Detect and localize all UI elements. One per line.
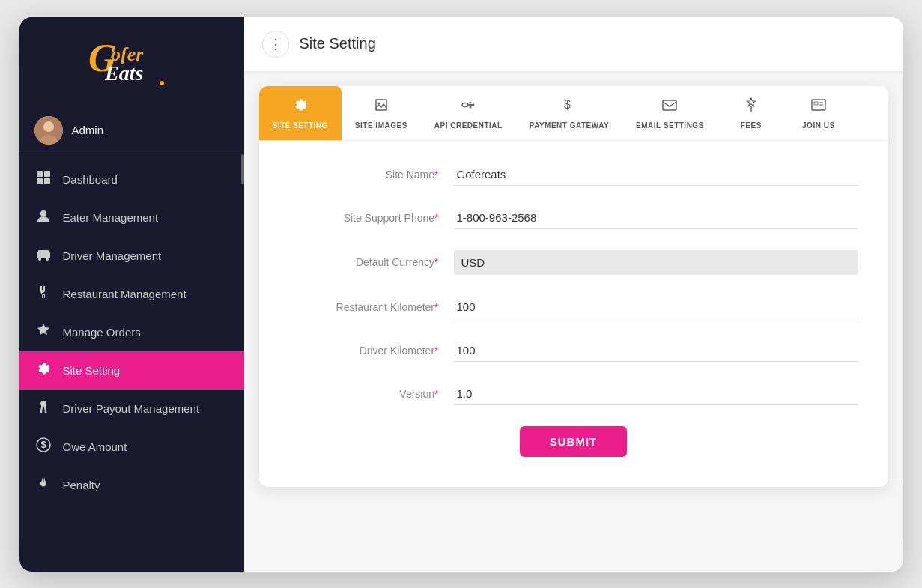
currency-row: Default Currency* USD <box>289 250 858 275</box>
settings-tabs: SITE SETTING SITE IMAGES API CREDENTIAL <box>259 86 888 141</box>
svg-rect-29 <box>814 102 818 105</box>
payout-label: Driver Payout Management <box>63 402 200 415</box>
sidebar-item-manage-orders[interactable]: Manage Orders <box>19 313 244 351</box>
version-field <box>454 383 858 405</box>
currency-select[interactable]: USD <box>454 250 858 275</box>
restaurant-icon <box>34 285 52 303</box>
sidebar-item-penalty[interactable]: Penalty <box>19 466 244 504</box>
settings-form: Site Name* Site Support Phone* <box>259 141 888 487</box>
svg-text:$: $ <box>564 98 571 111</box>
phone-field <box>454 207 858 229</box>
penalty-label: Penalty <box>63 479 100 491</box>
svg-rect-8 <box>44 171 50 177</box>
restaurant-km-row: Restaurant Kilometer* <box>289 296 858 318</box>
tab-join-icon <box>810 97 827 117</box>
svg-point-22 <box>470 101 472 103</box>
svg-point-20 <box>462 103 468 106</box>
svg-point-11 <box>40 210 46 216</box>
tab-fees-label: FEES <box>741 121 762 130</box>
phone-row: Site Support Phone* <box>289 207 858 229</box>
tab-payment-label: PAYMENT GATEWAY <box>530 121 609 130</box>
logo-svg: G ofer Eats <box>87 32 177 92</box>
svg-rect-7 <box>37 171 43 177</box>
phone-label: Site Support Phone* <box>289 212 439 224</box>
submit-row: SUBMIT <box>289 426 858 472</box>
sidebar-item-dashboard[interactable]: Dashboard <box>19 160 244 198</box>
version-input[interactable] <box>454 383 858 405</box>
avatar-image <box>34 116 63 145</box>
dots-icon: ⋮ <box>269 36 282 52</box>
required-mark: * <box>434 169 438 181</box>
version-label: Version* <box>289 388 439 400</box>
restaurant-km-input[interactable] <box>454 296 858 318</box>
tab-site-images[interactable]: SITE IMAGES <box>342 86 421 140</box>
sidebar: G ofer Eats Admin <box>19 17 244 572</box>
site-name-field <box>454 163 858 186</box>
dashboard-icon <box>34 170 52 189</box>
site-name-row: Site Name* <box>289 163 858 186</box>
scrollbar[interactable] <box>241 154 244 184</box>
tab-fees[interactable]: FEES <box>718 86 785 140</box>
svg-rect-26 <box>663 100 676 110</box>
svg-point-23 <box>473 103 475 106</box>
app-wrapper: G ofer Eats Admin <box>19 17 903 572</box>
eater-icon <box>34 208 52 227</box>
tab-api-icon <box>460 97 476 117</box>
site-name-input[interactable] <box>454 163 858 186</box>
avatar <box>34 116 63 145</box>
svg-point-5 <box>43 121 54 132</box>
owe-icon: $ <box>34 437 52 456</box>
settings-card: SITE SETTING SITE IMAGES API CREDENTIAL <box>259 86 888 487</box>
owe-label: Owe Amount <box>63 440 127 453</box>
tab-api-credential[interactable]: API CREDENTIAL <box>421 86 516 140</box>
sidebar-nav: Dashboard Eater Management Driver Manage… <box>19 154 244 572</box>
svg-text:Eats: Eats <box>104 61 143 85</box>
svg-text:$: $ <box>40 439 46 450</box>
main-content: ⋮ Site Setting SITE SETTING SITE IMAG <box>244 17 903 572</box>
site-setting-icon <box>34 361 52 380</box>
phone-input[interactable] <box>454 207 858 229</box>
driver-km-input[interactable] <box>454 339 858 362</box>
penalty-icon <box>34 476 52 494</box>
svg-rect-9 <box>37 178 43 184</box>
svg-point-19 <box>377 102 380 104</box>
admin-label: Admin <box>72 124 104 136</box>
sidebar-item-driver-payout[interactable]: Driver Payout Management <box>19 390 244 428</box>
svg-point-3 <box>160 81 164 85</box>
tab-site-setting[interactable]: SITE SETTING <box>259 86 342 140</box>
sidebar-item-restaurant-management[interactable]: Restaurant Management <box>19 275 244 313</box>
sidebar-item-eater-management[interactable]: Eater Management <box>19 198 244 237</box>
tab-email-icon <box>661 97 678 117</box>
top-bar: ⋮ Site Setting <box>244 17 903 71</box>
tab-site-setting-label: SITE SETTING <box>273 121 328 130</box>
driver-icon <box>34 246 52 265</box>
site-setting-label: Site Setting <box>63 364 121 377</box>
sidebar-logo: G ofer Eats <box>19 17 244 107</box>
sidebar-item-site-setting[interactable]: Site Setting <box>19 351 244 390</box>
orders-icon <box>34 323 52 342</box>
driver-km-label: Driver Kilometer* <box>289 345 439 357</box>
menu-dots-button[interactable]: ⋮ <box>262 31 289 58</box>
svg-point-15 <box>46 258 49 261</box>
currency-label: Default Currency* <box>289 256 439 268</box>
sidebar-item-driver-management[interactable]: Driver Management <box>19 237 244 275</box>
tab-api-label: API CREDENTIAL <box>434 121 503 130</box>
sidebar-admin-row: Admin <box>19 107 244 154</box>
tab-fees-icon <box>743 97 759 117</box>
tab-email-label: EMAIL SETTINGS <box>636 121 704 130</box>
sidebar-item-owe-amount[interactable]: $ Owe Amount <box>19 428 244 466</box>
restaurant-label: Restaurant Management <box>63 288 186 300</box>
tab-join-us[interactable]: JOIN US <box>785 86 852 140</box>
tab-join-label: JOIN US <box>802 121 835 130</box>
driver-km-row: Driver Kilometer* <box>289 339 858 362</box>
page-title: Site Setting <box>300 35 376 52</box>
eater-label: Eater Management <box>63 211 159 224</box>
dashboard-label: Dashboard <box>63 173 118 186</box>
tab-payment-gateway[interactable]: $ PAYMENT GATEWAY <box>516 86 622 140</box>
payout-icon <box>34 399 52 418</box>
tab-email-settings[interactable]: EMAIL SETTINGS <box>622 86 718 140</box>
tab-site-images-icon <box>373 97 389 117</box>
submit-button[interactable]: SUBMIT <box>520 426 628 457</box>
driver-km-field <box>454 339 858 362</box>
site-name-label: Site Name* <box>289 169 439 181</box>
